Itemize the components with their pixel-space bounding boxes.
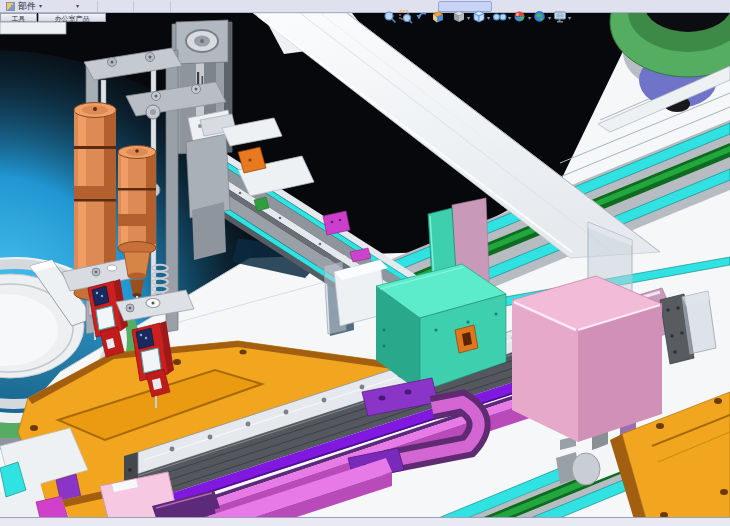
view-orientation-button[interactable]: ▾ <box>452 10 470 25</box>
chevron-down-icon: ▾ <box>568 14 571 21</box>
cad-application-window: 部件 ▾ ▾ 工具 办公室产品 <box>0 0 730 526</box>
model-edge-fragment <box>0 22 66 34</box>
chevron-down-icon: ▾ <box>528 14 531 21</box>
component-icon <box>6 2 15 11</box>
ribbon-separator <box>170 1 171 12</box>
apply-scene-icon <box>533 10 547 24</box>
zoom-to-area-button[interactable] <box>399 10 413 25</box>
apply-scene-button[interactable]: ▾ <box>533 10 551 25</box>
tab-tools[interactable]: 工具 <box>0 13 37 22</box>
chevron-down-icon: ▾ <box>467 14 470 21</box>
previous-view-icon <box>415 10 429 24</box>
insert-component-label: 部件 <box>18 0 36 13</box>
chevron-down-icon: ▾ <box>487 14 490 21</box>
insert-component-button[interactable]: 部件 ▾ <box>6 0 42 12</box>
zoom-to-fit-button[interactable] <box>383 10 397 25</box>
headsup-view-toolbar: ▾ ▾ ▾ ▾ ▾ <box>383 9 571 25</box>
hide-show-items-button[interactable]: ▾ <box>492 10 511 25</box>
status-bar <box>0 517 730 526</box>
chevron-down-icon: ▾ <box>39 0 42 12</box>
section-view-button[interactable] <box>431 10 445 25</box>
zoom-to-area-icon <box>399 10 413 24</box>
tab-office-products[interactable]: 办公室产品 <box>38 13 106 22</box>
edit-appearance-icon <box>513 10 527 24</box>
display-style-icon <box>472 10 486 24</box>
ribbon-bar: 部件 ▾ ▾ <box>0 0 730 13</box>
chevron-down-icon: ▾ <box>548 14 551 21</box>
chevron-down-icon[interactable]: ▾ <box>76 0 79 12</box>
section-view-icon <box>431 10 445 24</box>
viewport-3d[interactable] <box>0 0 730 526</box>
view-settings-icon <box>553 10 567 24</box>
ribbon-separator <box>133 1 134 12</box>
zoom-to-fit-icon <box>383 10 397 24</box>
previous-view-button[interactable] <box>415 10 429 25</box>
ribbon-separator <box>97 1 98 12</box>
hide-show-items-icon <box>492 10 507 24</box>
chevron-down-icon: ▾ <box>508 14 511 21</box>
view-orientation-icon <box>452 10 466 24</box>
display-style-button[interactable]: ▾ <box>472 10 490 25</box>
edit-appearance-button[interactable]: ▾ <box>513 10 531 25</box>
view-settings-button[interactable]: ▾ <box>553 10 571 25</box>
